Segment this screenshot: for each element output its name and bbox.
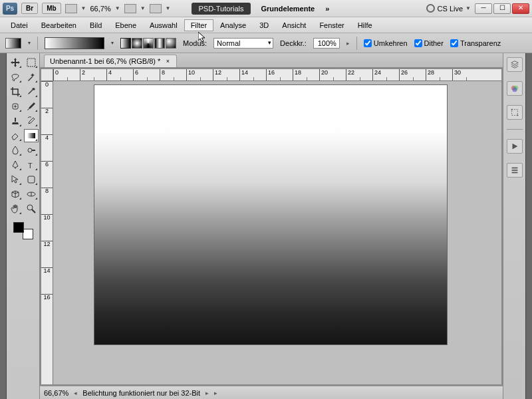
close-button[interactable]: ✕ bbox=[512, 3, 529, 14]
zoom-display[interactable]: 66,7% bbox=[90, 5, 111, 13]
status-zoom[interactable]: 66,67% bbox=[44, 389, 68, 397]
toolbox: T bbox=[7, 53, 40, 399]
gradient-picker[interactable] bbox=[45, 37, 104, 49]
close-tab-icon[interactable]: × bbox=[164, 58, 171, 65]
reverse-checkbox[interactable]: Umkehren bbox=[364, 39, 408, 47]
view-extras-icon[interactable] bbox=[65, 4, 77, 13]
gradient-diamond-button[interactable] bbox=[166, 38, 176, 49]
canvas[interactable] bbox=[94, 85, 447, 344]
menu-filter[interactable]: Filter bbox=[184, 19, 213, 31]
reverse-label: Umkehren bbox=[374, 39, 408, 47]
magic-wand-tool[interactable] bbox=[24, 70, 39, 84]
background-color-swatch[interactable] bbox=[23, 229, 33, 239]
opacity-flyout-icon[interactable]: ▸ bbox=[346, 40, 350, 47]
gradient-linear-button[interactable] bbox=[120, 38, 131, 49]
status-message: Belichtung funktioniert nur bei 32-Bit bbox=[82, 389, 200, 397]
gradient-radial-button[interactable] bbox=[132, 38, 142, 49]
workspace-psd-tutorials[interactable]: PSD-Tutorials bbox=[192, 3, 250, 15]
actions-panel-button[interactable] bbox=[507, 139, 523, 154]
brush-tool[interactable] bbox=[24, 100, 39, 113]
caret-icon: ▼ bbox=[81, 5, 86, 11]
layers-panel-button[interactable] bbox=[507, 57, 523, 72]
ruler-vertical[interactable]: 0246810121416 bbox=[41, 81, 53, 384]
svg-rect-2 bbox=[27, 133, 35, 138]
transparency-checkbox[interactable]: Transparenz bbox=[450, 39, 501, 47]
minimize-button[interactable]: ─ bbox=[475, 3, 492, 14]
dither-checkbox[interactable]: Dither bbox=[414, 39, 444, 47]
menu-bild[interactable]: Bild bbox=[83, 19, 108, 31]
lasso-tool[interactable] bbox=[8, 70, 23, 84]
panel-divider bbox=[507, 129, 523, 130]
status-nav-left-icon[interactable]: ◂ bbox=[74, 390, 77, 396]
eraser-tool[interactable] bbox=[8, 129, 23, 142]
workspace-grundelemente[interactable]: Grundelemente bbox=[255, 3, 322, 15]
color-swatches[interactable] bbox=[12, 221, 35, 241]
crop-tool[interactable] bbox=[8, 85, 23, 98]
minibridge-chip[interactable]: Mb bbox=[42, 3, 61, 14]
menu-bearbeiten[interactable]: Bearbeiten bbox=[35, 19, 83, 31]
svg-text:T: T bbox=[28, 162, 33, 170]
transparency-label: Transparenz bbox=[460, 39, 501, 47]
pen-tool[interactable] bbox=[8, 158, 23, 172]
document-area: Unbenannt-1 bei 66,7% (RGB/8) * × 024681… bbox=[40, 53, 503, 399]
path-select-tool[interactable] bbox=[8, 173, 23, 186]
hand-tool[interactable] bbox=[8, 202, 23, 215]
svg-rect-11 bbox=[511, 109, 512, 110]
menu-3d[interactable]: 3D bbox=[253, 19, 275, 31]
foreground-color-swatch[interactable] bbox=[13, 222, 24, 233]
menu-bar: Datei Bearbeiten Bild Ebene Auswahl Filt… bbox=[0, 17, 532, 33]
maximize-button[interactable]: ☐ bbox=[493, 3, 511, 14]
document-tab-row: Unbenannt-1 bei 66,7% (RGB/8) * × bbox=[40, 53, 503, 68]
shape-tool[interactable] bbox=[24, 173, 39, 186]
arrange-docs-icon[interactable] bbox=[124, 4, 136, 13]
bridge-chip[interactable]: Br bbox=[21, 3, 38, 14]
document-tab[interactable]: Unbenannt-1 bei 66,7% (RGB/8) * × bbox=[44, 55, 177, 67]
caret-icon: ▼ bbox=[140, 5, 146, 11]
eyedropper-tool[interactable] bbox=[24, 85, 39, 98]
gradient-reflected-button[interactable] bbox=[154, 38, 165, 49]
menu-ansicht[interactable]: Ansicht bbox=[275, 19, 313, 31]
cs-live-button[interactable]: CS Live ▼ bbox=[426, 4, 471, 13]
caret-icon: ▼ bbox=[115, 5, 120, 11]
channels-panel-button[interactable] bbox=[507, 81, 523, 96]
svg-point-6 bbox=[27, 205, 33, 210]
status-flyout-icon[interactable]: ▸ bbox=[214, 390, 217, 396]
screen-mode-icon[interactable] bbox=[150, 4, 162, 13]
menu-hilfe[interactable]: Hilfe bbox=[351, 19, 379, 31]
tool-preset-picker[interactable] bbox=[5, 38, 21, 49]
zoom-tool[interactable] bbox=[24, 202, 39, 215]
dock-strip-left[interactable] bbox=[0, 53, 7, 399]
dock-strip-right[interactable] bbox=[525, 53, 532, 399]
menu-datei[interactable]: Datei bbox=[4, 19, 35, 31]
clone-stamp-tool[interactable] bbox=[8, 114, 23, 128]
svg-rect-12 bbox=[517, 115, 518, 116]
ruler-horizontal[interactable]: 024681012141618202224262830 bbox=[53, 69, 501, 81]
healing-brush-tool[interactable] bbox=[8, 100, 23, 113]
menu-fenster[interactable]: Fenster bbox=[313, 19, 350, 31]
move-tool[interactable] bbox=[8, 56, 23, 69]
opacity-input[interactable]: 100% bbox=[313, 38, 340, 49]
title-bar: Ps Br Mb ▼ 66,7% ▼ ▼ ▼ PSD-Tutorials Gru… bbox=[0, 0, 532, 17]
gradient-angle-button[interactable] bbox=[143, 38, 154, 49]
blur-tool[interactable] bbox=[8, 144, 23, 157]
status-nav-right-icon[interactable]: ▸ bbox=[205, 390, 209, 396]
mode-combo[interactable]: Normal bbox=[213, 38, 273, 49]
workspace-more-icon[interactable]: » bbox=[325, 5, 329, 13]
paths-panel-button[interactable] bbox=[507, 105, 523, 120]
menu-auswahl[interactable]: Auswahl bbox=[143, 19, 184, 31]
type-tool[interactable]: T bbox=[24, 158, 39, 172]
dodge-tool[interactable] bbox=[24, 144, 39, 157]
marquee-tool[interactable] bbox=[24, 56, 39, 69]
3d-tool[interactable] bbox=[8, 188, 23, 201]
3d-camera-tool[interactable] bbox=[24, 188, 39, 201]
canvas-viewport[interactable]: 024681012141618202224262830 024681012141… bbox=[41, 69, 501, 384]
menu-analyse[interactable]: Analyse bbox=[213, 19, 253, 31]
svg-rect-10 bbox=[511, 110, 517, 116]
caret-icon: ▼ bbox=[166, 5, 171, 11]
menu-ebene[interactable]: Ebene bbox=[108, 19, 143, 31]
gradient-tool[interactable] bbox=[24, 129, 39, 142]
ruler-origin[interactable] bbox=[41, 69, 53, 81]
mode-label: Modus: bbox=[183, 39, 207, 47]
history-brush-tool[interactable] bbox=[24, 114, 39, 128]
history-panel-button[interactable] bbox=[507, 163, 523, 178]
